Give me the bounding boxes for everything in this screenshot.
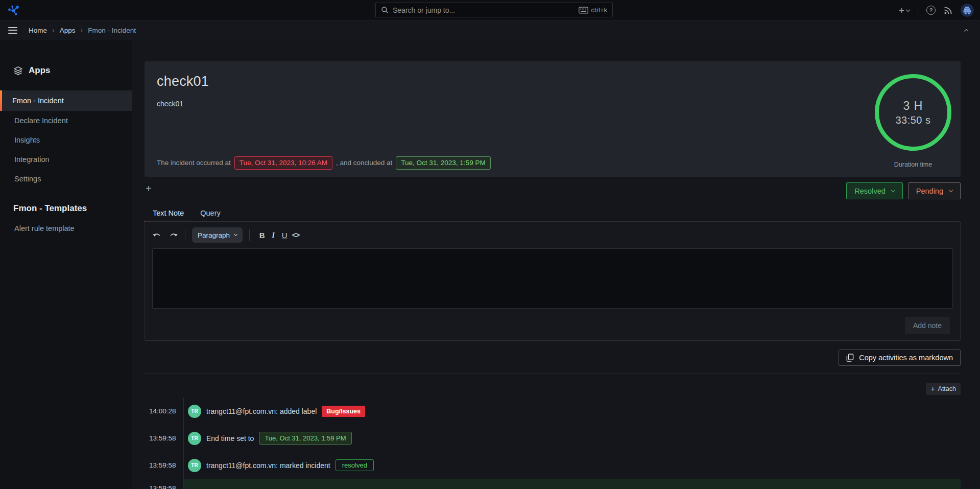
activity-timestamp: 13:59:58 [149,434,183,442]
attach-button[interactable]: + Attach [926,383,961,395]
incident-card: check01 check01 The incident occurred at… [145,61,961,177]
copy-icon [846,354,854,362]
breadcrumb-bar: Home › Apps › Fmon - Incident [0,20,980,40]
sidebar-item-declare-incident[interactable]: Declare Incident [0,111,132,130]
undo-icon[interactable] [152,231,161,239]
sidebar-item-settings[interactable]: Settings [0,169,132,189]
note-tabs: Text Note Query [145,204,229,222]
avatar: TR [188,459,201,472]
chevron-down-icon [234,232,237,236]
rss-icon [944,6,952,15]
avatar: TR [188,405,201,418]
global-search[interactable]: ctrl+k [375,3,613,17]
status-badge[interactable]: resolved [336,459,374,471]
chevron-right-icon: › [52,26,55,34]
grafana-logo-icon[interactable] [6,3,20,17]
main-content: check01 check01 The incident occurred at… [132,40,980,489]
activity-text: trangct11@fpt.com.vn: added label [206,407,317,415]
bold-button[interactable]: B [256,231,268,240]
breadcrumb: Home › Apps › Fmon - Incident [29,26,136,34]
duration-seconds: 33:50 s [895,114,930,126]
end-time-badge[interactable]: Tue, Oct 31, 2023, 1:59 PM [259,432,351,445]
breadcrumb-current: Fmon - Incident [88,27,136,34]
activity-body: TR trangct11@fpt.com.vn: added label Bug… [183,398,961,425]
chevron-down-icon [891,188,895,192]
menu-toggle-button[interactable] [8,27,17,34]
incident-title: check01 [157,74,948,89]
note-text-area[interactable] [152,248,953,309]
sidebar-item-fmon-incident[interactable]: Fmon - Incident [0,90,132,111]
duration-label: Duration time [875,161,951,168]
sidebar-item-alert-rule-template[interactable]: Alert rule template [0,219,132,238]
activity-row: 13:59:58 TR trangct11@fpt.com.vn: marked… [149,452,961,479]
activity-timestamp: 13:59:58 [149,461,183,469]
pending-dropdown-button[interactable]: Pending [908,182,961,199]
keyboard-icon [579,7,588,14]
activity-feed: 14:00:28 TR trangct11@fpt.com.vn: added … [145,398,961,489]
copy-activities-button[interactable]: Copy activities as markdown [839,350,961,366]
activity-body [183,479,961,489]
activity-body: TR End time set to Tue, Oct 31, 2023, 1:… [183,425,961,452]
sidebar-templates-header: Fmon - Templates [13,203,132,214]
end-time-chip[interactable]: Tue, Oct 31, 2023, 1:59 PM [396,156,490,170]
editor-toolbar: Paragraph B I U <> [145,222,960,246]
activity-text: trangct11@fpt.com.vn: marked incident [206,461,330,470]
activity-row: 13:59:58 TR End time set to Tue, Oct 31,… [149,425,961,452]
activity-timestamp: 14:00:28 [149,407,183,415]
add-panel-button[interactable]: + [146,183,152,195]
toolbar-divider [185,229,185,241]
activity-row: 13:59:58 [149,479,961,489]
label-badge[interactable]: Bug/Issues [322,406,365,417]
text-note-panel: Paragraph B I U <> Add note [145,221,961,341]
sidebar-item-integration[interactable]: Integration [0,150,132,169]
italic-button[interactable]: I [268,231,279,240]
add-note-button[interactable]: Add note [905,317,950,334]
avatar: TR [188,432,201,445]
news-button[interactable] [944,6,952,15]
chevron-down-icon [906,7,910,11]
chevron-down-icon [949,188,953,192]
activity-text: End time set to [206,434,254,443]
sidebar-templates-nav: Alert rule template [0,219,132,238]
user-avatar[interactable] [961,4,974,17]
incident-description: check01 [157,100,948,108]
activity-row: 14:00:28 TR trangct11@fpt.com.vn: added … [149,398,961,425]
start-time-chip[interactable]: Tue, Oct 31, 2023, 10:26 AM [234,156,332,170]
activity-timestamp: 13:59:58 [149,479,183,489]
concluded-prefix: , and concluded at [336,159,392,167]
sidebar-apps-title: Apps [29,65,51,76]
duration-hours: 3 H [903,99,923,113]
plus-icon: + [899,6,904,15]
collapse-button[interactable] [965,26,968,35]
activity-body: TR trangct11@fpt.com.vn: marked incident… [183,452,961,479]
sidebar-apps-header: Apps [13,65,132,76]
paragraph-style-select[interactable]: Paragraph [192,227,243,243]
help-icon: ? [926,6,936,15]
duration-ring: 3 H 33:50 s [875,74,951,151]
incident-times-line: The incident occurred at Tue, Oct 31, 20… [157,156,491,170]
top-nav-bar: ctrl+k + ? [0,0,980,20]
search-icon [381,6,389,14]
chevron-right-icon: › [80,26,83,34]
tab-query[interactable]: Query [192,204,229,222]
status-buttons: Resolved Pending [846,182,961,199]
breadcrumb-home[interactable]: Home [29,27,47,34]
feed-divider [145,373,961,374]
duration-widget: 3 H 33:50 s Duration time [875,74,951,168]
sidebar-item-insights[interactable]: Insights [0,130,132,150]
underline-button[interactable]: U [279,231,290,240]
help-button[interactable]: ? [926,6,936,15]
new-menu-button[interactable]: + [899,6,910,15]
redo-icon[interactable] [169,231,178,239]
search-input[interactable] [393,6,575,14]
chevron-up-icon [964,29,968,33]
resolved-dropdown-button[interactable]: Resolved [846,182,902,199]
top-nav-right: + ? [899,0,974,20]
toolbar-divider [249,229,250,241]
plus-icon: + [930,385,935,393]
sidebar-nav: Fmon - Incident Declare Incident Insight… [0,90,132,189]
breadcrumb-apps[interactable]: Apps [60,27,76,34]
tab-text-note[interactable]: Text Note [145,204,192,222]
nav-divider [918,5,918,15]
code-button[interactable]: <> [290,231,301,239]
